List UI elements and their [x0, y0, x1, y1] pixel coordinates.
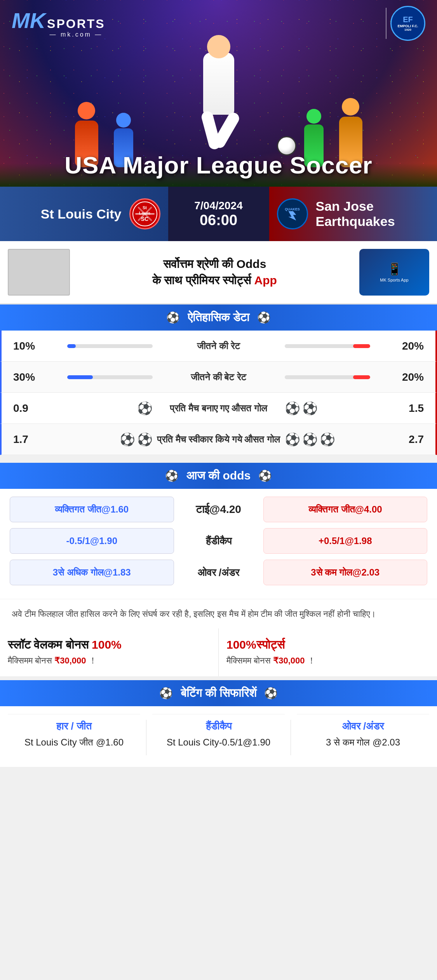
odds-btn-handicap-home[interactable]: -0.5/1@1.90	[10, 528, 174, 554]
bar-fill-right-2	[353, 375, 370, 379]
bonus-slot-title: स्लॉट वेलकम बोनस 100%	[8, 638, 211, 652]
reco-col-ou: ओवर /अंडर 3 से कम गोल @2.03	[297, 714, 429, 755]
stat-bar-left-2	[44, 375, 153, 379]
stat-icons-right-4: ⚽ ⚽ ⚽	[285, 432, 393, 447]
away-team-logo: QUAKES	[277, 198, 308, 229]
stat-right-val-1: 20%	[393, 340, 424, 352]
match-center: 7/04/2024 06:00	[168, 187, 269, 241]
historical-title: ऐतिहासिक डेटा	[188, 311, 249, 324]
ball-icon-left-3-1: ⚽	[137, 401, 153, 416]
odds-btn-over[interactable]: 3से अधिक गोल@1.83	[10, 560, 174, 585]
odds-row-2: -0.5/1@1.90 हैंडीकैप +0.5/1@1.98	[10, 528, 427, 554]
reco-detail-wl: St Louis City जीत @1.60	[24, 735, 124, 749]
stat-left-val-4: 1.7	[13, 433, 44, 446]
reco-type-handicap: हैंडीकैप	[206, 720, 232, 732]
hero-players	[44, 19, 393, 167]
reco-divider-2	[291, 720, 291, 755]
bar-track-left-1	[67, 344, 153, 348]
ball-icon-left-4-2: ⚽	[137, 432, 153, 447]
reco-divider-1	[146, 720, 146, 755]
disclaimer-text: अवे टीम फिलहाल जीत हासिल करने के लिए संघ…	[12, 609, 376, 619]
odds-tie-val: टाई@4.20	[180, 503, 258, 516]
soccer-icon-reco-right: ⚽	[264, 687, 278, 700]
empoli-logo: EF EMPOLI F.C. 1920	[390, 6, 425, 41]
stat-label-3: प्रति मैच बनाए गए औसत गोल	[153, 403, 285, 414]
bonus-section[interactable]: स्लॉट वेलकम बोनस 100% मैक्सिमम बोनस ₹30,…	[0, 628, 437, 676]
odds-section-header: ⚽ आज की odds ⚽	[0, 463, 437, 489]
odds-btn-away-win[interactable]: व्यक्तिगत जीत@4.00	[263, 497, 428, 522]
home-team-section: St Louis City StLouisSC	[0, 187, 168, 241]
hero-title: USA Major League Soccer	[0, 151, 437, 179]
soccer-icon-odds-right: ⚽	[258, 469, 272, 482]
bar-track-right-1	[285, 344, 370, 348]
odds-btn-home-win[interactable]: व्यक्तिगत जीत@1.60	[10, 497, 174, 522]
stat-icons-left-4: ⚽ ⚽	[44, 432, 153, 447]
recommendations-section: हार / जीत St Louis City जीत @1.60 हैंडीक…	[0, 706, 437, 767]
stats-table: 10% जीतने की रेट 20% 30% जीतने की बेट रे…	[0, 331, 437, 455]
promo-text: सर्वोत्तम श्रेणी की Odds के साथ प्रीमियर…	[78, 256, 352, 289]
soccer-icon-right: ⚽	[257, 311, 271, 324]
bonus-sports-subtitle: मैक्सिमम बोनस ₹30,000 ！	[226, 655, 429, 667]
stat-bar-right-2	[285, 375, 393, 379]
bonus-sports-title: 100%स्पोर्ट्स	[226, 638, 429, 652]
odds-title: आज की odds	[186, 469, 251, 483]
ball-icon-left-4-1: ⚽	[120, 432, 135, 447]
bar-track-right-2	[285, 375, 370, 379]
ball-icon-right-4-3: ⚽	[320, 432, 335, 447]
home-team-logo: StLouisSC	[129, 198, 160, 229]
stat-icons-right-3: ⚽ ⚽	[285, 401, 393, 416]
stat-right-val-4: 2.7	[393, 433, 424, 446]
stat-left-val-1: 10%	[13, 340, 44, 352]
promo-placeholder-image	[8, 249, 70, 296]
ball-icon-right-3-2: ⚽	[302, 401, 318, 416]
ball-icon-right-3-1: ⚽	[285, 401, 300, 416]
stat-row-goals-scored: 0.9 ⚽ प्रति मैच बनाए गए औसत गोल ⚽ ⚽ 1.5	[0, 393, 437, 424]
bar-fill-left-1	[67, 344, 76, 348]
stat-row-bet-rate: 30% जीतने की बेट रेट 20%	[0, 362, 437, 393]
reco-type-wl: हार / जीत	[56, 720, 92, 732]
reco-row: हार / जीत St Louis City जीत @1.60 हैंडीक…	[0, 706, 437, 755]
stat-label-4: प्रति मैच स्वीकार किये गये औसत गोल	[153, 434, 285, 445]
bonus-slot-subtitle: मैक्सिमम बोनस ₹30,000 ！	[8, 655, 211, 667]
ball-icon-right-4-1: ⚽	[285, 432, 300, 447]
soccer-icon-odds-left: ⚽	[165, 469, 179, 482]
bar-track-left-2	[67, 375, 153, 379]
odds-section: व्यक्तिगत जीत@1.60 टाई@4.20 व्यक्तिगत जी…	[0, 489, 437, 599]
stat-right-val-3: 1.5	[393, 402, 424, 415]
bonus-card-sports[interactable]: 100%स्पोर्ट्स मैक्सिमम बोनस ₹30,000 ！	[219, 628, 437, 676]
stat-bar-left-1	[44, 344, 153, 348]
odds-row-1: व्यक्तिगत जीत@1.60 टाई@4.20 व्यक्तिगत जी…	[10, 497, 427, 522]
bonus-card-slot[interactable]: स्लॉट वेलकम बोनस 100% मैक्सिमम बोनस ₹30,…	[0, 628, 219, 676]
stat-label-2: जीतने की बेट रेट	[153, 372, 285, 383]
bar-fill-right-1	[353, 344, 370, 348]
reco-type-ou: ओवर /अंडर	[342, 720, 384, 732]
home-team-name: St Louis City	[41, 206, 122, 222]
reco-col-handicap: हैंडीकैप St Louis City-0.5/1@1.90	[152, 714, 285, 755]
odds-btn-handicap-away[interactable]: +0.5/1@1.98	[263, 528, 428, 554]
stat-left-val-3: 0.9	[13, 402, 44, 415]
bar-fill-left-2	[67, 375, 93, 379]
disclaimer-section: अवे टीम फिलहाल जीत हासिल करने के लिए संघ…	[0, 599, 437, 628]
match-time: 06:00	[200, 212, 237, 229]
stat-right-val-2: 20%	[393, 371, 424, 383]
odds-handicap-label: हैंडीकैप	[180, 535, 258, 547]
reco-detail-handicap: St Louis City-0.5/1@1.90	[167, 735, 270, 749]
historical-section-header: ⚽ ऐतिहासिक डेटा ⚽	[0, 304, 437, 331]
player-center	[192, 27, 246, 159]
away-team-name: San Jose Earthquakes	[316, 199, 437, 229]
stat-bar-right-1	[285, 344, 393, 348]
away-team-section: QUAKES San Jose Earthquakes	[269, 187, 437, 241]
soccer-icon-reco-left: ⚽	[159, 687, 173, 700]
reco-detail-ou: 3 से कम गोल @2.03	[326, 735, 400, 749]
odds-btn-under[interactable]: 3से कम गोल@2.03	[263, 560, 428, 585]
reco-title: बेटिंग की सिफारिशें	[181, 686, 257, 700]
stat-row-win-rate: 10% जीतने की रेट 20%	[0, 331, 437, 362]
match-date: 7/04/2024	[194, 200, 243, 212]
reco-col-wl: हार / जीत St Louis City जीत @1.60	[8, 714, 140, 755]
match-header: St Louis City StLouisSC 7/04/2024 06:00 …	[0, 187, 437, 241]
odds-row-3: 3से अधिक गोल@1.83 ओवर /अंडर 3से कम गोल@2…	[10, 560, 427, 585]
stat-label-1: जीतने की रेट	[153, 341, 285, 352]
reco-section-header: ⚽ बेटिंग की सिफारिशें ⚽	[0, 680, 437, 706]
promo-banner[interactable]: सर्वोत्तम श्रेणी की Odds के साथ प्रीमियर…	[0, 241, 437, 304]
soccer-icon-left: ⚽	[166, 311, 180, 324]
